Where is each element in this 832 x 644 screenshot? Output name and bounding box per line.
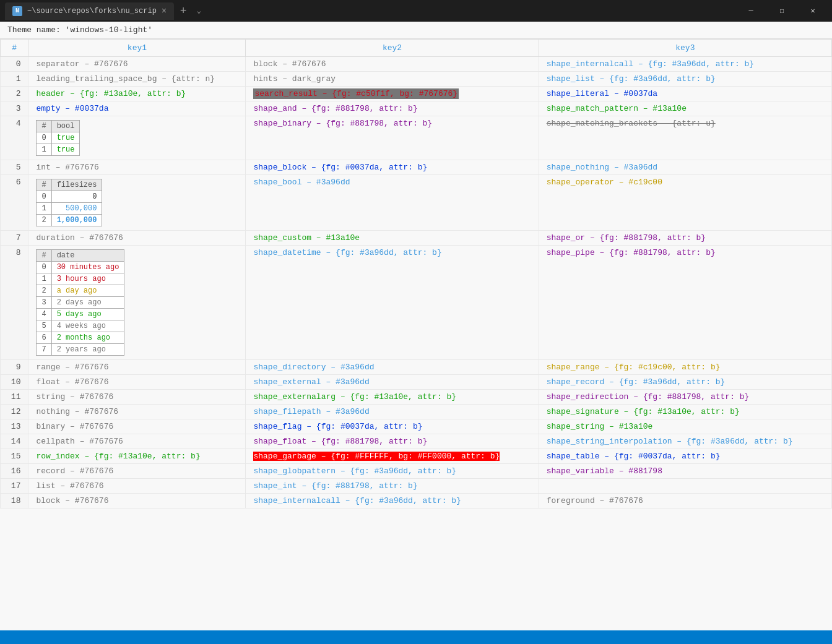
row-num-10: 10 bbox=[1, 375, 28, 390]
table-row: 5 int – #767676 shape_block – {fg: #0037… bbox=[1, 160, 832, 175]
nested-table-header: # date bbox=[37, 250, 124, 262]
row-0-key1: separator – #767676 bbox=[28, 57, 246, 72]
row-6-key3: shape_operator – #c19c00 bbox=[539, 175, 831, 231]
col-key3-header: key3 bbox=[539, 40, 831, 57]
main-table: # key1 key2 key3 0 separator – #767676 b… bbox=[0, 39, 832, 509]
nested-table-row: 2 a day ago bbox=[37, 285, 124, 297]
statusbar bbox=[0, 630, 832, 644]
row-5-key2: shape_block – {fg: #0037da, attr: b} bbox=[246, 160, 539, 175]
row-8-key3: shape_pipe – {fg: #881798, attr: b} bbox=[539, 246, 831, 360]
row-18-key3: foreground – #767676 bbox=[539, 494, 831, 509]
row-16-key1: record – #767676 bbox=[28, 464, 246, 479]
col-key1-header: key1 bbox=[28, 40, 246, 57]
nested-table-header: # bool bbox=[37, 121, 80, 132]
row-2-key2: search_result – {fg: #c50f1f, bg: #76767… bbox=[246, 87, 539, 101]
row-num-11: 11 bbox=[1, 390, 28, 405]
row-11-key2: shape_externalarg – {fg: #13a10e, attr: … bbox=[246, 390, 539, 405]
table-row: 10 float – #767676 shape_external – #3a9… bbox=[1, 375, 832, 390]
maximize-button[interactable]: ☐ bbox=[768, 2, 796, 20]
row-num-2: 2 bbox=[1, 87, 28, 101]
row-9-key3: shape_range – {fg: #c19c00, attr: b} bbox=[539, 360, 831, 375]
nested-table-row: 7 2 years ago bbox=[37, 344, 124, 356]
nested-col-num: # bbox=[37, 250, 51, 262]
nested-table-row: 1 true bbox=[37, 144, 80, 156]
table-row: 6 # filesizes 0 bbox=[1, 175, 832, 231]
row-8-key1: # date 0 30 minutes ago 1 bbox=[28, 246, 246, 360]
row-17-key1: list – #767676 bbox=[28, 479, 246, 494]
table-row: 18 block – #767676 shape_internalcall – … bbox=[1, 494, 832, 509]
col-key1-label: key1 bbox=[128, 43, 147, 53]
table-row: 15 row_index – {fg: #13a10e, attr: b} sh… bbox=[1, 449, 832, 464]
row-16-key2: shape_globpattern – {fg: #3a96dd, attr: … bbox=[246, 464, 539, 479]
tab-dropdown-button[interactable]: ⌄ bbox=[193, 6, 205, 15]
row-num-15: 15 bbox=[1, 449, 28, 464]
row-num-17: 17 bbox=[1, 479, 28, 494]
row-2-key3: shape_literal – #0037da bbox=[539, 87, 831, 101]
row-14-key1: cellpath – #767676 bbox=[28, 434, 246, 449]
table-row: 13 binary – #767676 shape_flag – {fg: #0… bbox=[1, 419, 832, 434]
nested-filesizes-table: # filesizes 0 0 1 bbox=[36, 179, 102, 226]
row-14-key3: shape_string_interpolation – {fg: #3a96d… bbox=[539, 434, 831, 449]
nested-table-row: 0 30 minutes ago bbox=[37, 262, 124, 273]
nested-table-row: 6 2 months ago bbox=[37, 332, 124, 344]
row-7-key2: shape_custom – #13a10e bbox=[246, 231, 539, 246]
nested-table-row: 1 3 hours ago bbox=[37, 273, 124, 285]
row-1-key3: shape_list – {fg: #3a96dd, attr: b} bbox=[539, 72, 831, 87]
table-row: 8 # date 0 bbox=[1, 246, 832, 360]
nested-table-row: 5 4 weeks ago bbox=[37, 320, 124, 332]
row-3-key1: empty – #0037da bbox=[28, 101, 246, 116]
table-row: 17 list – #767676 shape_int – {fg: #8817… bbox=[1, 479, 832, 494]
col-key2-header: key2 bbox=[246, 40, 539, 57]
row-13-key2: shape_flag – {fg: #0037da, attr: b} bbox=[246, 419, 539, 434]
row-12-key2: shape_filepath – #3a96dd bbox=[246, 405, 539, 419]
row-10-key1: float – #767676 bbox=[28, 375, 246, 390]
row-15-key1: row_index – {fg: #13a10e, attr: b} bbox=[28, 449, 246, 464]
row-3-key2: shape_and – {fg: #881798, attr: b} bbox=[246, 101, 539, 116]
row-10-key2: shape_external – #3a96dd bbox=[246, 375, 539, 390]
nested-table-row: 0 0 bbox=[37, 191, 102, 203]
nested-table-row: 3 2 days ago bbox=[37, 297, 124, 309]
titlebar: N ~\source\repos\forks\nu_scrip × + ⌄ — … bbox=[0, 0, 832, 22]
row-3-key3: shape_match_pattern – #13a10e bbox=[539, 101, 831, 116]
row-18-key2: shape_internalcall – {fg: #3a96dd, attr:… bbox=[246, 494, 539, 509]
content-area[interactable]: # key1 key2 key3 0 separator – #767676 b… bbox=[0, 39, 832, 630]
row-7-key1: duration – #767676 bbox=[28, 231, 246, 246]
table-row: 14 cellpath – #767676 shape_float – {fg:… bbox=[1, 434, 832, 449]
row-2-key1: header – {fg: #13a10e, attr: b} bbox=[28, 87, 246, 101]
row-9-key2: shape_directory – #3a96dd bbox=[246, 360, 539, 375]
nested-col-date: date bbox=[51, 250, 124, 262]
col-key2-label: key2 bbox=[383, 43, 402, 53]
row-num-16: 16 bbox=[1, 464, 28, 479]
row-0-key2: block – #767676 bbox=[246, 57, 539, 72]
row-6-key1: # filesizes 0 0 1 bbox=[28, 175, 246, 231]
nested-table-row: 0 true bbox=[37, 132, 80, 144]
nested-date-table: # date 0 30 minutes ago 1 bbox=[36, 249, 124, 356]
row-1-key2: hints – dark_gray bbox=[246, 72, 539, 87]
row-5-key3: shape_nothing – #3a96dd bbox=[539, 160, 831, 175]
nested-bool-table: # bool 0 true 1 bbox=[36, 120, 80, 156]
nested-table-row: 2 1,000,000 bbox=[37, 215, 102, 226]
new-tab-button[interactable]: + bbox=[174, 5, 193, 17]
theme-name-bar: Theme name: 'windows-10-light' bbox=[0, 22, 832, 39]
table-row: 2 header – {fg: #13a10e, attr: b} search… bbox=[1, 87, 832, 101]
row-num-12: 12 bbox=[1, 405, 28, 419]
row-num-18: 18 bbox=[1, 494, 28, 509]
minimize-button[interactable]: — bbox=[737, 2, 765, 20]
row-10-key3: shape_record – {fg: #3a96dd, attr: b} bbox=[539, 375, 831, 390]
nested-col-num: # bbox=[37, 121, 51, 132]
row-4-key2: shape_binary – {fg: #881798, attr: b} bbox=[246, 116, 539, 160]
row-7-key3: shape_or – {fg: #881798, attr: b} bbox=[539, 231, 831, 246]
close-button[interactable]: ✕ bbox=[799, 2, 827, 20]
active-tab[interactable]: N ~\source\repos\forks\nu_scrip × bbox=[5, 2, 174, 20]
row-num-8: 8 bbox=[1, 246, 28, 360]
row-12-key1: nothing – #767676 bbox=[28, 405, 246, 419]
nested-table-row: 4 5 days ago bbox=[37, 309, 124, 320]
tab-label: ~\source\repos\forks\nu_scrip bbox=[27, 7, 157, 15]
row-num-6: 6 bbox=[1, 175, 28, 231]
table-row: 11 string – #767676 shape_externalarg – … bbox=[1, 390, 832, 405]
window-controls: — ☐ ✕ bbox=[737, 2, 827, 20]
tab-close-button[interactable]: × bbox=[162, 6, 167, 16]
col-num-label: # bbox=[12, 43, 17, 53]
table-row: 12 nothing – #767676 shape_filepath – #3… bbox=[1, 405, 832, 419]
row-num-0: 0 bbox=[1, 57, 28, 72]
